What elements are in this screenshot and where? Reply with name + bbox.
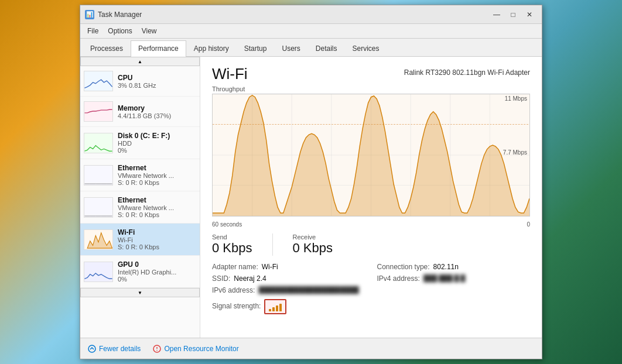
cpu-thumbnail xyxy=(84,71,113,91)
tab-processes[interactable]: Processes xyxy=(83,40,131,56)
connection-type-val: 802.11n xyxy=(433,263,459,271)
svg-marker-13 xyxy=(213,95,529,216)
wifi-thumbnail xyxy=(84,229,113,250)
maximize-button[interactable]: □ xyxy=(505,9,521,20)
task-manager-window: 📊 Task Manager — □ ✕ File Options View P… xyxy=(80,5,542,359)
window-controls: — □ ✕ xyxy=(489,9,537,20)
open-resource-monitor-label: Open Resource Monitor xyxy=(164,345,238,353)
wifi-sub2: S: 0 R: 0 Kbps xyxy=(118,243,196,250)
memory-thumbnail xyxy=(84,101,113,122)
footer-bar: Fewer details Open Resource Monitor xyxy=(80,338,542,359)
ethernet1-thumbnail xyxy=(84,165,113,186)
scroll-up-button[interactable]: ▲ xyxy=(80,57,200,66)
fewer-details-link[interactable]: Fewer details xyxy=(87,344,141,353)
adapter-name-key: Adapter name: xyxy=(212,263,258,271)
ethernet1-sub1: VMware Network ... xyxy=(118,172,196,179)
memory-info: Memory 4.4/11.8 GB (37%) xyxy=(118,104,196,119)
tab-details[interactable]: Details xyxy=(308,40,345,56)
sidebar-item-wifi[interactable]: Wi-Fi Wi-Fi S: 0 R: 0 Kbps xyxy=(80,224,200,256)
menu-bar: File Options View xyxy=(80,24,542,39)
ipv6-row: IPv6 address: ██████████████████████ xyxy=(212,285,530,296)
ssid-val: Neeraj 2.4 xyxy=(234,274,266,283)
wifi-sub1: Wi-Fi xyxy=(118,236,196,243)
info-grid: Adapter name: Wi-Fi Connection type: 802… xyxy=(212,262,530,315)
receive-label: Receive xyxy=(293,233,333,241)
disk-sub1: HDD xyxy=(118,140,196,147)
time-end-label: 0 xyxy=(527,221,530,228)
tab-app-history[interactable]: App history xyxy=(186,40,237,56)
gpu-sub1: Intel(R) HD Graphi... xyxy=(118,269,196,276)
svg-point-17 xyxy=(157,349,158,351)
sidebar-item-memory[interactable]: Memory 4.4/11.8 GB (37%) xyxy=(80,97,200,127)
signal-bars xyxy=(269,302,282,311)
adapter-name-val: Wi-Fi xyxy=(262,263,278,271)
tab-users[interactable]: Users xyxy=(274,40,307,56)
throughput-chart: 11 Mbps 7.7 Mbps xyxy=(212,94,530,217)
sidebar-item-ethernet1[interactable]: Ethernet VMware Network ... S: 0 R: 0 Kb… xyxy=(80,159,200,191)
stats-row: Send 0 Kbps Receive 0 Kbps xyxy=(212,233,530,256)
menu-options[interactable]: Options xyxy=(103,25,136,37)
connection-type-row: Connection type: 802.11n xyxy=(377,262,531,272)
ethernet1-label: Ethernet xyxy=(118,164,196,172)
main-content: ▲ CPU 3% 0.81 GHz xyxy=(80,57,542,338)
ethernet2-thumbnail xyxy=(84,197,113,218)
ipv6-key: IPv6 address: xyxy=(212,286,255,294)
send-label: Send xyxy=(212,233,252,241)
connection-type-key: Connection type: xyxy=(377,263,430,271)
cpu-label: CPU xyxy=(118,74,196,82)
signal-bar-2 xyxy=(272,307,275,311)
ethernet1-sub2: S: 0 R: 0 Kbps xyxy=(118,179,196,186)
detail-adapter: Ralink RT3290 802.11bgn Wi-Fi Adapter xyxy=(404,68,530,77)
cpu-sub: 3% 0.81 GHz xyxy=(118,82,196,89)
gpu-thumbnail xyxy=(84,262,113,282)
wifi-label: Wi-Fi xyxy=(118,228,196,236)
detail-header: Wi-Fi Ralink RT3290 802.11bgn Wi-Fi Adap… xyxy=(212,65,530,83)
title-bar: 📊 Task Manager — □ ✕ xyxy=(80,5,542,24)
sidebar-item-ethernet2[interactable]: Ethernet VMware Network ... S: 0 R: 0 Kb… xyxy=(80,191,200,224)
disk-info: Disk 0 (C: E: F:) HDD 0% xyxy=(118,132,196,154)
window-title: Task Manager xyxy=(98,11,489,19)
detail-title: Wi-Fi xyxy=(212,65,248,83)
tab-startup[interactable]: Startup xyxy=(237,40,275,56)
signal-key: Signal strength: xyxy=(212,302,261,310)
disk-sub2: 0% xyxy=(118,147,196,154)
gpu-sub2: 0% xyxy=(118,276,196,283)
sidebar-item-disk[interactable]: Disk 0 (C: E: F:) HDD 0% xyxy=(80,127,200,159)
throughput-label: Throughput xyxy=(212,85,530,92)
ipv4-val: ███.███.█.█ xyxy=(423,274,466,283)
gpu-label: GPU 0 xyxy=(118,260,196,269)
sidebar-item-gpu[interactable]: GPU 0 Intel(R) HD Graphi... 0% xyxy=(80,256,200,288)
open-resource-monitor-link[interactable]: Open Resource Monitor xyxy=(152,344,238,353)
ipv4-key: IPv4 address: xyxy=(377,274,420,283)
tabs-bar: Processes Performance App history Startu… xyxy=(80,39,542,57)
menu-view[interactable]: View xyxy=(137,25,162,37)
menu-file[interactable]: File xyxy=(83,25,103,37)
disk-thumbnail xyxy=(84,133,113,153)
ssid-row: SSID: Neeraj 2.4 xyxy=(212,273,365,284)
svg-marker-0 xyxy=(87,232,112,248)
adapter-name-row: Adapter name: Wi-Fi xyxy=(212,262,365,272)
signal-strength-indicator xyxy=(264,299,286,314)
signal-row: Signal strength: xyxy=(212,297,530,315)
ethernet2-sub2: S: 0 R: 0 Kbps xyxy=(118,211,196,218)
ethernet2-info: Ethernet VMware Network ... S: 0 R: 0 Kb… xyxy=(118,196,196,218)
send-stat: Send 0 Kbps xyxy=(212,233,252,256)
ipv6-val: ██████████████████████ xyxy=(258,286,358,294)
gpu-info: GPU 0 Intel(R) HD Graphi... 0% xyxy=(118,260,196,283)
ethernet2-label: Ethernet xyxy=(118,196,196,204)
minimize-button[interactable]: — xyxy=(489,9,504,20)
ipv4-row: IPv4 address: ███.███.█.█ xyxy=(377,273,531,284)
time-start-label: 60 seconds xyxy=(212,221,242,228)
chart-time-labels: 60 seconds 0 xyxy=(212,221,530,228)
tab-performance[interactable]: Performance xyxy=(131,40,186,57)
fewer-details-icon xyxy=(87,344,97,353)
cpu-info: CPU 3% 0.81 GHz xyxy=(118,74,196,89)
close-button[interactable]: ✕ xyxy=(522,9,537,20)
sidebar-item-cpu[interactable]: CPU 3% 0.81 GHz xyxy=(80,66,200,97)
receive-stat: Receive 0 Kbps xyxy=(293,233,333,256)
scroll-down-button[interactable]: ▼ xyxy=(80,288,200,297)
tab-services[interactable]: Services xyxy=(345,40,387,56)
signal-bar-4 xyxy=(279,304,282,311)
receive-value: 0 Kbps xyxy=(293,241,333,256)
app-icon: 📊 xyxy=(85,10,94,19)
